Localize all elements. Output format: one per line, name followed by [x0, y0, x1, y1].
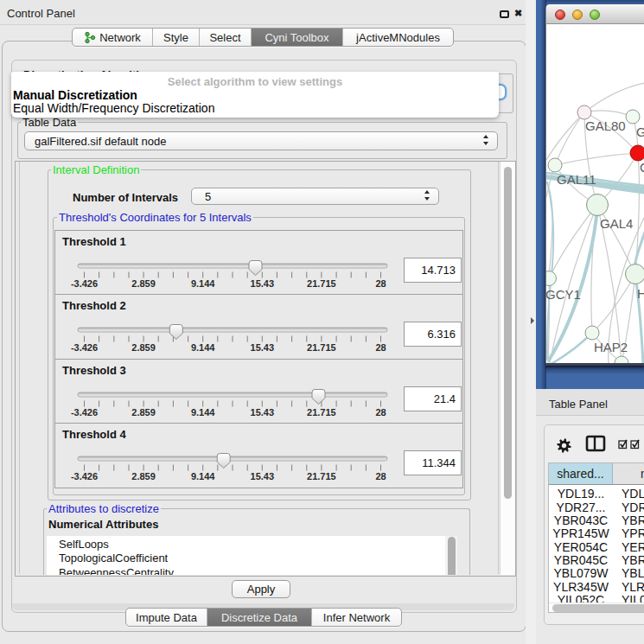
svg-text:HAP2: HAP2 [594, 340, 628, 354]
svg-text:GA: GA [636, 124, 644, 139]
svg-text:GCY1: GCY1 [546, 287, 581, 302]
svg-text:GAL4: GAL4 [600, 216, 633, 231]
svg-text:GAL11: GAL11 [557, 172, 596, 187]
svg-text:H: H [637, 286, 644, 301]
svg-text:C: C [640, 160, 644, 175]
svg-text:GAL80: GAL80 [585, 118, 626, 133]
